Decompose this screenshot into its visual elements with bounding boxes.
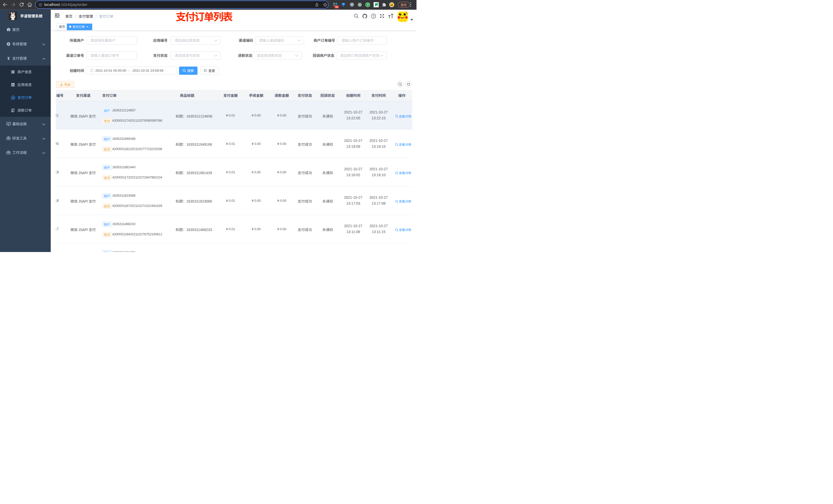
svg-text:¥: ¥ bbox=[12, 96, 14, 99]
svg-text:¥: ¥ bbox=[7, 56, 10, 61]
svg-text:⌘: ⌘ bbox=[351, 3, 354, 6]
